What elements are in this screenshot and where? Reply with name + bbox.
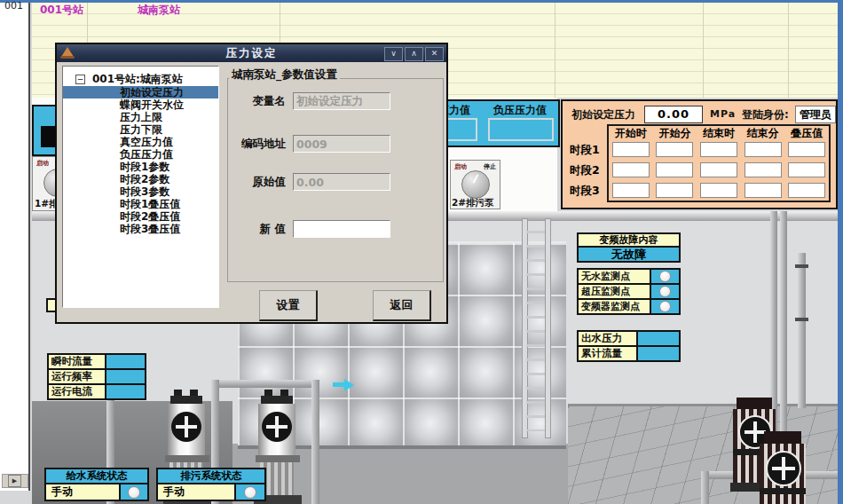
tree-item[interactable]: 时段2叠压值	[63, 210, 218, 223]
tree-expander-icon[interactable]: −	[75, 75, 85, 84]
pressure-setting-dialog: 压力设定 ∨ ∧ ✕ − 001号站:城南泵站 初始设定压力 蝶阀开关水位 压力…	[55, 43, 448, 324]
tree-item[interactable]: 时段1叠压值	[63, 198, 218, 210]
indicator-light	[244, 486, 256, 499]
pump2-name: 2#排污泵	[452, 197, 494, 209]
time-table-cell[interactable]	[745, 162, 782, 177]
station-name: 城南泵站	[138, 3, 180, 18]
time-table-cell[interactable]	[788, 142, 825, 157]
new-value-field[interactable]	[293, 220, 390, 238]
col-header: 开始分	[653, 126, 697, 139]
supply-system-status: 给水系统状态 手动	[44, 468, 149, 501]
tree-item[interactable]: 蝶阀开关水位	[63, 98, 218, 111]
tree-item[interactable]: 压力上限	[63, 111, 218, 123]
close-button[interactable]: ✕	[425, 47, 444, 61]
status-title: 给水系统状态	[46, 469, 147, 484]
dialog-titlebar[interactable]: 压力设定 ∨ ∧ ✕	[57, 44, 446, 62]
login-label: 登陆身份:	[742, 107, 789, 122]
set-button[interactable]: 设置	[259, 290, 318, 321]
pump2-mode-knob[interactable]	[461, 170, 490, 199]
mode-light-cell	[236, 484, 264, 500]
pipe	[798, 253, 806, 408]
code-addr-label: 编码地址	[229, 137, 286, 152]
pipe-flange	[795, 318, 808, 321]
stop-label: 停止	[484, 162, 496, 171]
fault-status: 无故障	[577, 246, 681, 263]
grid-line	[703, 3, 704, 98]
monitor-points: 无水监测点 超压监测点 变频器监测点	[577, 268, 681, 315]
init-pressure-label: 初始设定压力	[571, 107, 635, 122]
back-button[interactable]: 返回	[373, 290, 431, 321]
time-table-cell[interactable]	[612, 183, 650, 198]
sewage-system-status: 排污系统状态 手动	[156, 468, 266, 501]
metric-label: 累计流量	[579, 347, 638, 360]
time-table-cell[interactable]	[745, 183, 782, 198]
parameter-panel: 初始设定压力 0.00 MPa 登陆身份: 管理员 时段1 时段2 时段3 开始…	[561, 99, 838, 209]
station-row[interactable]: 001号站 城南泵站	[32, 3, 838, 15]
minimize-button[interactable]: ∨	[384, 47, 403, 61]
tree-item[interactable]: 时段1参数	[63, 161, 218, 173]
tree-item[interactable]: 负压压力值	[63, 148, 218, 161]
indicator-light	[659, 271, 671, 282]
monitor-light-cell	[651, 270, 679, 283]
tree-item[interactable]: 时段2参数	[63, 173, 218, 185]
time-table-cell[interactable]	[700, 142, 737, 157]
grid-line	[555, 3, 555, 98]
time-table: 开始时 开始分 结束时 结束分 叠压值	[607, 124, 831, 202]
time-table-cell[interactable]	[788, 162, 825, 177]
indicator-light	[659, 301, 671, 312]
metric-label: 出水压力	[579, 332, 638, 345]
init-pressure-value[interactable]: 0.00	[644, 106, 703, 123]
col-header: 结束时	[697, 126, 741, 139]
tree-item[interactable]: 真空压力值	[63, 136, 218, 148]
time-table-cell[interactable]	[788, 183, 825, 198]
monitor-light-cell	[651, 285, 679, 298]
pipe	[211, 380, 319, 388]
mode-light-cell	[121, 484, 147, 500]
station-list-item[interactable]: 001	[4, 0, 28, 12]
period2-label: 时段2	[570, 163, 600, 178]
var-name-field[interactable]	[293, 92, 390, 110]
tree-item[interactable]: 压力下限	[63, 123, 218, 136]
pump-metrics: 瞬时流量 运行频率 运行电流	[47, 353, 146, 400]
col-header: 开始时	[609, 126, 653, 139]
time-table-cell[interactable]	[612, 142, 650, 157]
negative-pressure-value	[488, 118, 554, 141]
indicator-light	[128, 486, 140, 499]
time-table-cell[interactable]	[700, 183, 737, 198]
horizontal-scrollbar[interactable]: ▶	[2, 474, 28, 488]
time-table-cell[interactable]	[656, 142, 693, 157]
orig-value-field[interactable]	[293, 173, 390, 191]
tree-root[interactable]: 001号站:城南泵站	[92, 72, 183, 87]
col-header: 叠压值	[784, 126, 829, 139]
output-metrics: 出水压力 累计流量	[577, 330, 681, 362]
metric-value	[106, 355, 145, 368]
station-listbox[interactable]: 001 ▶	[0, 3, 30, 491]
tree-item[interactable]: 时段3参数	[63, 185, 218, 198]
start-label: 启动	[454, 162, 467, 171]
negative-pressure-label: 负压压力值	[482, 103, 558, 118]
metric-value	[638, 347, 679, 360]
status-title: 排污系统状态	[158, 469, 264, 484]
maximize-button[interactable]: ∧	[405, 47, 423, 61]
time-table-cell[interactable]	[700, 162, 737, 177]
monitor-light-cell	[651, 300, 679, 313]
period1-label: 时段1	[570, 143, 600, 158]
monitor-label: 无水监测点	[579, 270, 651, 283]
right-frame-border	[838, 0, 843, 504]
unit-label: MPa	[710, 108, 736, 120]
tree-item[interactable]: 初始设定压力	[63, 86, 218, 98]
metric-value	[106, 370, 145, 383]
metric-label: 瞬时流量	[49, 355, 106, 368]
metric-label: 运行频率	[49, 370, 106, 383]
time-table-cell[interactable]	[656, 162, 693, 177]
login-identity: 管理员	[795, 106, 836, 123]
time-table-cell[interactable]	[612, 162, 650, 177]
time-table-cell[interactable]	[656, 183, 693, 198]
pump2-control-panel: 启动 停止 2#排污泵	[450, 160, 500, 209]
tree-item[interactable]: 时段3叠压值	[63, 223, 218, 235]
pipe	[311, 380, 319, 504]
orig-value-label: 原始值	[229, 175, 286, 190]
scroll-right-button[interactable]: ▶	[8, 475, 21, 487]
time-table-cell[interactable]	[745, 142, 782, 157]
code-addr-field[interactable]	[293, 135, 390, 153]
